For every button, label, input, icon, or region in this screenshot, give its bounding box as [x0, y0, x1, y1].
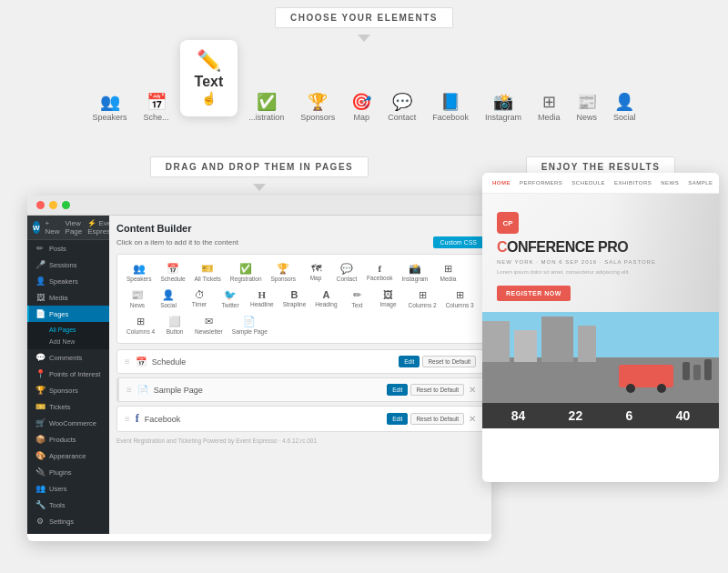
element-social[interactable]: 👤 Social — [608, 90, 642, 126]
element-map[interactable]: 🎯 Map — [346, 90, 377, 126]
grid-twitter[interactable]: 🐦 Twitter — [216, 286, 245, 311]
element-media[interactable]: ⊞ Media — [532, 90, 566, 126]
row-actions3: Edit Reset to Default ✕ — [387, 413, 476, 425]
reset-to-default-button[interactable]: Reset to Default — [422, 356, 476, 367]
grid-strapline[interactable]: B Strapline — [279, 286, 310, 311]
grid-headline[interactable]: H Headline — [247, 286, 278, 311]
registration-icon: ✅ — [257, 94, 277, 110]
custom-css-button[interactable]: Custom CSS — [433, 236, 484, 248]
grid-speakers[interactable]: 👥 Speakers — [123, 260, 155, 285]
sidebar-item-poi[interactable]: 📍 Points of Interest — [27, 366, 109, 382]
grid-facebook[interactable]: f Facebook — [363, 260, 397, 285]
grid-text[interactable]: ✏ Text — [343, 286, 372, 311]
sidebar-item-tickets[interactable]: 🎫 Tickets — [27, 398, 109, 415]
appearance-icon: 🎨 — [35, 451, 46, 460]
nav-sample[interactable]: SAMPLE — [685, 178, 715, 187]
sidebar-item-woocommerce[interactable]: 🛒 WooCommerce — [27, 415, 109, 431]
contact-icon: 💬 — [392, 94, 412, 110]
sidebar-item-media[interactable]: 🖼 Media — [27, 289, 109, 306]
sidebar-add-new[interactable]: Add New — [27, 336, 109, 347]
content-builder-title: Content Builder — [116, 223, 484, 234]
grid-sample-page[interactable]: 📄 Sample Page — [228, 313, 271, 337]
close-facebook-button[interactable]: ✕ — [469, 414, 476, 424]
element-facebook[interactable]: 📘 Facebook — [427, 90, 474, 126]
hero-register-button[interactable]: REGISTER NOW — [497, 286, 571, 301]
grid-map[interactable]: 🗺 Map — [301, 260, 330, 285]
grid-news[interactable]: 📰 News — [123, 286, 152, 311]
sidebar-item-speakers[interactable]: 👤 Speakers — [27, 273, 109, 289]
sidebar-item-comments[interactable]: 💬 Comments — [27, 349, 109, 366]
reset-sample-button[interactable]: Reset to Default — [410, 384, 464, 396]
street-bg — [482, 312, 719, 403]
grid-columns2[interactable]: ⊞ Columns 2 — [405, 286, 440, 311]
edit-sample-button[interactable]: Edit — [387, 384, 408, 396]
edit-button[interactable]: Edit — [399, 356, 420, 367]
grid-twitter-icon: 🐦 — [224, 289, 237, 301]
grid-button[interactable]: ⬜ Button — [160, 313, 189, 337]
grid-all-tickets[interactable]: 🎫 All Tickets — [191, 260, 225, 285]
sidebar-item-theme-options[interactable]: 🎭 Theme Options — [27, 529, 109, 534]
drag-handle3[interactable]: ≡ — [125, 414, 130, 424]
grid-instagram[interactable]: 📸 Instagram — [399, 260, 432, 285]
element-text[interactable]: ✏️ Text ☝ — [180, 40, 238, 116]
grid-sponsors[interactable]: 🏆 Sponsors — [268, 260, 299, 285]
sidebar-item-settings[interactable]: ⚙ Settings — [27, 513, 109, 529]
users-icon: 👥 — [35, 484, 46, 493]
close-dot[interactable] — [36, 201, 45, 209]
grid-contact[interactable]: 💬 Contact — [332, 260, 361, 285]
nav-news[interactable]: NEWS — [658, 178, 682, 187]
grid-registration[interactable]: ✅ Registration — [227, 260, 266, 285]
site-preview-container: HOME PERFORMERS SCHEDULE EXHIBITORS NEWS… — [482, 173, 719, 482]
grid-media[interactable]: ⊞ Media — [433, 260, 462, 285]
nav-exhibitors[interactable]: EXHIBITORS — [612, 178, 654, 187]
element-schedule[interactable]: 📅 Sche... — [138, 90, 175, 126]
grid-news-label: News — [130, 302, 145, 308]
svg-rect-4 — [541, 317, 573, 362]
sidebar-item-appearance[interactable]: 🎨 Appearance — [27, 447, 109, 464]
fullscreen-dot[interactable] — [62, 201, 70, 209]
grid-heading[interactable]: A Heading — [311, 286, 340, 311]
preview-stats-bar: 84 22 6 40 — [482, 403, 719, 428]
stat-6: 6 — [626, 408, 633, 423]
grid-schedule[interactable]: 📅 Schedule — [157, 260, 188, 285]
sidebar-all-pages[interactable]: All Pages — [27, 324, 109, 336]
svg-rect-9 — [682, 362, 690, 380]
element-sponsors[interactable]: 🏆 Sponsors — [295, 90, 340, 126]
sidebar-item-posts[interactable]: ✏ Posts — [27, 240, 109, 256]
sidebar-item-sessions[interactable]: 🎤 Sessions — [27, 256, 109, 273]
social-icon: 👤 — [614, 94, 634, 110]
sidebar-item-tools[interactable]: 🔧 Tools — [27, 497, 109, 513]
instagram-label: Instagram — [485, 113, 521, 122]
row-content3: Facebook — [145, 415, 381, 424]
nav-performers[interactable]: PERFORMERS — [517, 178, 565, 187]
drag-handle2[interactable]: ≡ — [126, 385, 132, 395]
nav-home[interactable]: HOME — [490, 178, 513, 187]
edit-facebook-button[interactable]: Edit — [387, 413, 408, 425]
facebook-icon: 📘 — [440, 94, 460, 110]
sidebar-item-plugins[interactable]: 🔌 Plugins — [27, 464, 109, 480]
grid-social[interactable]: 👤 Social — [154, 286, 183, 311]
grid-registration-icon: ✅ — [239, 263, 252, 275]
element-registration[interactable]: ✅ ...istration — [243, 90, 289, 126]
grid-timer[interactable]: ⏱ Timer — [185, 286, 214, 311]
element-news[interactable]: 📰 News — [571, 90, 602, 126]
reset-facebook-button[interactable]: Reset to Default — [410, 413, 464, 425]
grid-image[interactable]: 🖼 Image — [374, 286, 403, 311]
drag-handle[interactable]: ≡ — [125, 357, 130, 367]
grid-columns3[interactable]: ⊞ Columns 3 — [442, 286, 478, 311]
element-instagram[interactable]: 📸 Instagram — [480, 90, 527, 126]
sidebar-item-products[interactable]: 📦 Products — [27, 431, 109, 447]
close-row-button[interactable]: ✕ — [469, 385, 476, 395]
sidebar-item-sponsors2[interactable]: 🏆 Sponsors — [27, 382, 109, 398]
grid-newsletter[interactable]: ✉ Newsletter — [191, 313, 227, 337]
sidebar-item-pages[interactable]: 📄 Pages — [27, 306, 109, 322]
text-label: Text — [195, 74, 224, 90]
grid-columns4[interactable]: ⊞ Columns 4 — [123, 313, 158, 337]
nav-schedule[interactable]: SCHEDULE — [569, 178, 608, 187]
minimize-dot[interactable] — [49, 201, 57, 209]
sidebar-item-users[interactable]: 👥 Users — [27, 480, 109, 497]
element-contact[interactable]: 💬 Contact — [382, 90, 421, 126]
element-speakers[interactable]: 👥 Speakers — [87, 90, 133, 126]
settings-label: Settings — [49, 518, 74, 526]
grid-news-icon: 📰 — [131, 289, 144, 301]
